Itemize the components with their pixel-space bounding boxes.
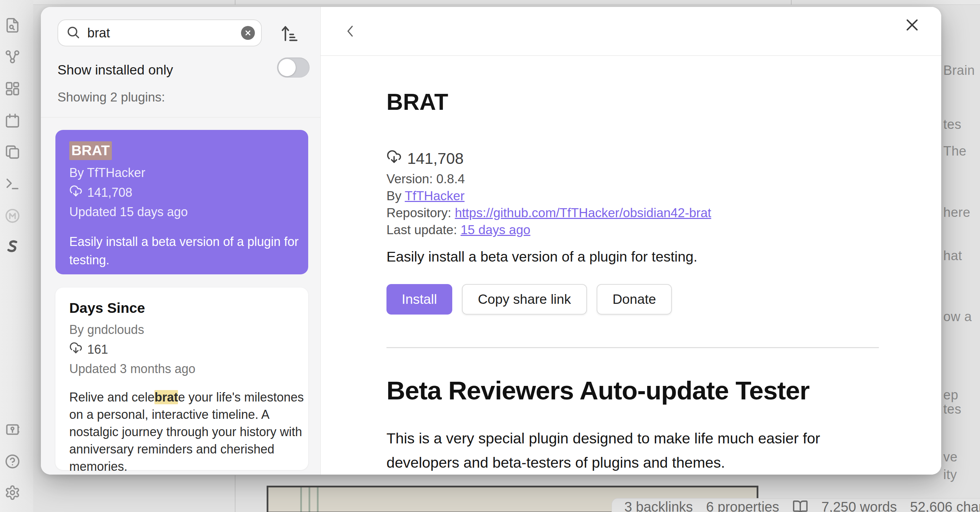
readme-divider bbox=[387, 347, 879, 348]
author-link[interactable]: TfTHacker bbox=[405, 189, 465, 203]
plugin-author-line: By TfTHacker bbox=[387, 187, 711, 204]
search-input[interactable] bbox=[87, 26, 241, 40]
graph-icon[interactable] bbox=[5, 49, 21, 65]
plugin-card-author: By TfTHacker bbox=[69, 166, 294, 180]
readme-title: Beta Reviewers Auto-update Tester bbox=[387, 375, 810, 405]
background-text-fragment: tes bbox=[943, 402, 961, 417]
plugin-update-line: Last update: 15 days ago bbox=[387, 221, 711, 238]
plugin-card-days-since[interactable]: Days Since By gndclouds 161 Updated 3 mo… bbox=[56, 287, 308, 470]
plugin-list-panel: Show installed only Showing 2 plugins: B… bbox=[41, 7, 321, 475]
terminal-icon[interactable] bbox=[5, 176, 21, 192]
donate-button[interactable]: Donate bbox=[597, 284, 672, 314]
plugin-action-buttons: Install Copy share link Donate bbox=[387, 284, 672, 314]
vault-icon[interactable] bbox=[5, 421, 21, 437]
download-cloud-icon bbox=[69, 184, 83, 201]
status-properties[interactable]: 6 properties bbox=[706, 499, 779, 512]
frame-line bbox=[309, 487, 310, 512]
plugin-detail-panel: BRAT 141,708 Version: 0.8.4 By TfTHacker… bbox=[321, 7, 941, 475]
plugin-version-line: Version: 0.8.4 bbox=[387, 171, 711, 187]
plugin-detail-title: BRAT bbox=[387, 89, 448, 115]
background-text-fragment: Brain bbox=[943, 63, 975, 78]
close-icon[interactable] bbox=[904, 17, 920, 33]
repository-link[interactable]: https://github.com/TfTHacker/obsidian42-… bbox=[455, 206, 711, 220]
clear-search-icon[interactable] bbox=[241, 26, 255, 40]
frame-line bbox=[300, 487, 302, 512]
background-text-fragment: ow a bbox=[943, 309, 972, 324]
memos-icon[interactable] bbox=[5, 208, 21, 224]
help-icon[interactable] bbox=[5, 453, 21, 469]
status-backlinks[interactable]: 3 backlinks bbox=[624, 499, 693, 512]
search-icon bbox=[66, 25, 80, 41]
background-pane-divider bbox=[235, 475, 235, 512]
background-tab-bar bbox=[33, 0, 980, 5]
status-bar: 3 backlinks 6 properties 7,250 words 52,… bbox=[611, 498, 980, 512]
background-tab-divider bbox=[235, 0, 235, 5]
plugin-repo-line: Repository: https://github.com/TfTHacker… bbox=[387, 204, 711, 221]
scribble-icon[interactable] bbox=[5, 239, 21, 255]
last-update-link[interactable]: 15 days ago bbox=[461, 223, 530, 237]
install-button[interactable]: Install bbox=[387, 284, 452, 314]
plugin-meta-block: Version: 0.8.4 By TfTHacker Repository: … bbox=[387, 171, 711, 238]
show-installed-only-toggle[interactable] bbox=[277, 57, 310, 78]
background-text-fragment: The bbox=[943, 144, 967, 159]
layout-dashboard-icon[interactable] bbox=[5, 81, 21, 97]
back-chevron-icon[interactable] bbox=[342, 23, 359, 40]
background-text-fragment: ep bbox=[943, 388, 958, 402]
toggle-knob bbox=[278, 59, 296, 76]
background-tab-divider bbox=[791, 0, 792, 5]
show-installed-only-label: Show installed only bbox=[57, 62, 173, 78]
plugin-card-title: BRAT bbox=[69, 142, 294, 159]
status-character-count: 52,606 characters bbox=[910, 499, 980, 512]
plugin-card-downloads: 161 bbox=[87, 342, 108, 357]
search-field[interactable] bbox=[57, 19, 262, 46]
plugin-card-author: By gndclouds bbox=[69, 322, 294, 337]
settings-gear-icon[interactable] bbox=[5, 485, 21, 501]
download-cloud-icon bbox=[69, 341, 83, 357]
status-word-count: 7,250 words bbox=[821, 499, 897, 512]
search-match-highlight: brat bbox=[154, 390, 178, 404]
plugin-card-title: Days Since bbox=[69, 300, 294, 316]
plugin-card-updated: Updated 3 months ago bbox=[69, 362, 294, 376]
readme-paragraph: This is a very special plugin designed t… bbox=[387, 426, 864, 475]
background-text-fragment: hat bbox=[943, 248, 962, 263]
plugin-card-brat[interactable]: BRAT By TfTHacker 141,708 Updated 15 day… bbox=[56, 130, 308, 274]
book-open-icon bbox=[792, 499, 808, 512]
results-count-text: Showing 2 plugins: bbox=[57, 90, 165, 105]
plugin-downloads-row: 141,708 bbox=[387, 149, 464, 168]
background-text-fragment: tes bbox=[943, 117, 961, 132]
background-text-fragment: here bbox=[943, 205, 970, 220]
file-search-icon[interactable] bbox=[5, 18, 21, 33]
copy-share-link-button[interactable]: Copy share link bbox=[462, 284, 587, 314]
copy-files-icon[interactable] bbox=[5, 144, 21, 160]
community-plugins-modal: Show installed only Showing 2 plugins: B… bbox=[41, 7, 941, 475]
background-text-fragment: ve bbox=[943, 450, 958, 464]
background-text-fragment: ity bbox=[943, 467, 957, 482]
plugin-card-downloads: 141,708 bbox=[87, 185, 132, 200]
calendar-icon[interactable] bbox=[5, 113, 21, 129]
plugin-card-description: Relive and celebrate your life's milesto… bbox=[69, 389, 305, 475]
app-ribbon bbox=[0, 0, 33, 512]
sort-order-icon[interactable] bbox=[279, 24, 299, 44]
plugin-card-updated: Updated 15 days ago bbox=[69, 205, 294, 219]
plugin-download-count: 141,708 bbox=[407, 150, 464, 167]
frame-line bbox=[317, 487, 318, 512]
download-cloud-icon bbox=[387, 149, 402, 168]
plugin-card-description: Easily install a beta version of a plugi… bbox=[69, 233, 301, 269]
plugin-summary: Easily install a beta version of a plugi… bbox=[387, 249, 697, 265]
detail-header-divider bbox=[321, 56, 941, 56]
